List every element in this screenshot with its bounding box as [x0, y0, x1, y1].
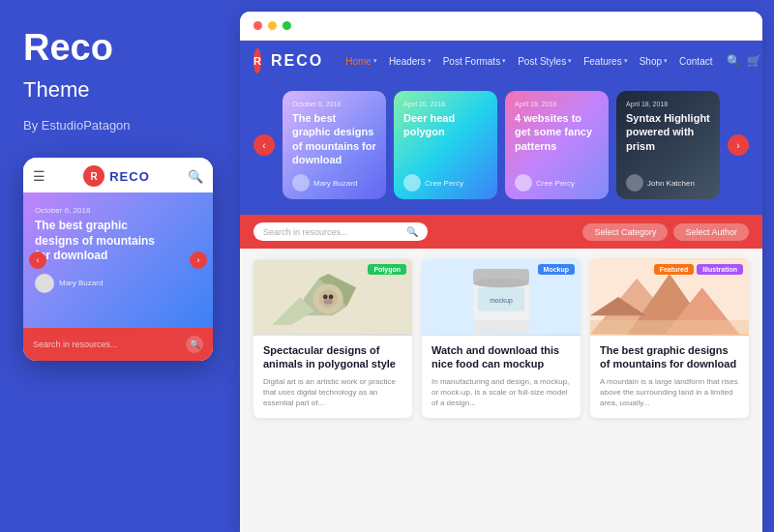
nav-chevron-shop: ▾ [664, 57, 668, 65]
site-logo-text: RECO [271, 52, 323, 70]
nav-chevron-features: ▾ [624, 57, 628, 65]
browser-maximize-dot [283, 21, 291, 30]
brand-name: Reco [23, 29, 217, 66]
article-card-3: Featured Illustration The best graphic d… [590, 258, 749, 418]
category-filter-button[interactable]: Select Category [582, 223, 668, 241]
nav-item-shop[interactable]: Shop ▾ [635, 53, 672, 70]
mobile-author-name: Mary Buzard [59, 279, 103, 287]
svg-point-8 [323, 299, 333, 305]
site-logo-icon: R [253, 48, 261, 74]
mobile-hero-date: October 6, 2018 [35, 206, 201, 215]
mobile-mockup: ☰ R RECO 🔍 ‹ October 6, 2018 The best gr… [23, 158, 213, 361]
card-2-title: Deer head polygon [403, 111, 488, 166]
slider-cards: October 6, 2018 The best graphic designs… [283, 91, 720, 199]
card-4-avatar [626, 174, 643, 192]
article-2-excerpt: In manufacturing and design, a mockup, o… [432, 376, 571, 409]
article-3-title: The best graphic designs of mountains fo… [600, 343, 739, 371]
nav-item-post-formats[interactable]: Post Formats ▾ [438, 53, 511, 70]
header-icons: 🔍 🛒 f t [727, 54, 762, 68]
nav-item-contact[interactable]: Contact [674, 53, 717, 70]
card-3-author-name: Cree Percy [536, 179, 575, 188]
card-1-date: October 6, 2018 [292, 101, 376, 107]
card-4-title: Syntax Highlight powered with prism [626, 111, 710, 166]
browser-chrome [240, 12, 762, 41]
card-3-date: April 19, 2018 [515, 101, 599, 107]
article-2-image: mockup Mockup [422, 258, 580, 336]
article-3-image: Featured Illustration [590, 258, 749, 336]
card-2-author: Cree Percy [403, 174, 488, 192]
card-3-title: 4 websites to get some fancy patterns [515, 111, 599, 166]
card-2-date: April 20, 2018 [403, 101, 488, 107]
browser-mockup: R RECO Home ▾ Headers ▾ Post Formats ▾ P… [240, 12, 762, 532]
mobile-logo-icon: R [83, 165, 104, 187]
article-3-body: The best graphic designs of mountains fo… [590, 336, 749, 418]
article-grid: Polygon Spectacular designs of animals i… [240, 249, 762, 428]
article-1-badge: Polygon [368, 264, 406, 275]
mobile-search-icon[interactable]: 🔍 [188, 169, 203, 184]
article-2-badge: Mockup [538, 264, 575, 275]
nav-item-headers[interactable]: Headers ▾ [384, 53, 436, 70]
mobile-hero-title: The best graphic designs of mountains fo… [35, 219, 161, 264]
article-1-title: Spectacular designs of animals in polygo… [263, 343, 402, 371]
mobile-next-button[interactable]: › [190, 251, 207, 269]
author-filter-button[interactable]: Select Author [673, 223, 749, 241]
mobile-search-submit-icon[interactable]: 🔍 [186, 336, 203, 353]
mobile-search-placeholder: Search in resources... [33, 340, 118, 349]
article-2-body: Watch and download this nice food can mo… [422, 336, 580, 418]
slider-card-2: April 20, 2018 Deer head polygon Cree Pe… [394, 91, 497, 199]
article-1-body: Spectacular designs of animals in polygo… [253, 336, 412, 418]
brand-by: By EstudioPatagon [23, 118, 217, 133]
svg-text:mockup: mockup [490, 297, 513, 305]
nav-item-post-styles[interactable]: Post Styles ▾ [513, 53, 577, 70]
card-4-author-name: John Katchen [647, 179, 695, 188]
card-1-author-name: Mary Buzard [313, 179, 357, 188]
article-1-excerpt: Digital art is an artistic work or pract… [263, 376, 402, 409]
mobile-hamburger-icon[interactable]: ☰ [33, 168, 45, 184]
search-input-wrapper: Search in resources... 🔍 [253, 222, 428, 241]
article-card-1: Polygon Spectacular designs of animals i… [253, 258, 412, 418]
article-1-image: Polygon [253, 258, 412, 336]
cart-icon[interactable]: 🛒 [747, 54, 761, 68]
slider-card-4: April 18, 2018 Syntax Highlight powered … [616, 91, 720, 199]
mobile-hero-author: Mary Buzard [35, 274, 201, 293]
mobile-prev-button[interactable]: ‹ [29, 251, 46, 269]
card-1-author: Mary Buzard [292, 174, 376, 192]
card-1-title: The best graphic designs of mountains fo… [292, 111, 376, 166]
svg-point-7 [329, 295, 334, 300]
search-submit-icon[interactable]: 🔍 [406, 226, 418, 237]
content-area: Search in resources... 🔍 Select Category… [240, 215, 762, 532]
mobile-logo-text: RECO [109, 169, 150, 184]
card-4-date: April 18, 2018 [626, 101, 710, 107]
search-bar-area: Search in resources... 🔍 Select Category… [240, 215, 762, 249]
mobile-hero-card: ‹ October 6, 2018 The best graphic desig… [23, 192, 213, 328]
slider-next-button[interactable]: › [728, 134, 749, 156]
slider-card-3: April 19, 2018 4 websites to get some fa… [505, 91, 609, 199]
card-2-author-name: Cree Percy [425, 179, 463, 188]
browser-close-dot [253, 21, 262, 30]
nav-chevron-headers: ▾ [428, 57, 432, 65]
article-2-title: Watch and download this nice food can mo… [432, 343, 571, 371]
nav-item-features[interactable]: Features ▾ [579, 53, 632, 70]
article-3-badge-illustration: Illustration [697, 264, 743, 275]
hero-slider: ‹ October 6, 2018 The best graphic desig… [240, 81, 762, 215]
mobile-author-avatar [35, 274, 54, 293]
search-icon[interactable]: 🔍 [727, 54, 741, 68]
mobile-logo-area: R RECO [83, 165, 150, 187]
article-3-excerpt: A mountain is a large landform that rise… [600, 376, 739, 409]
nav-item-home[interactable]: Home ▾ [341, 53, 382, 70]
left-panel: Reco Theme By EstudioPatagon ☰ R RECO 🔍 … [0, 0, 240, 532]
svg-point-15 [473, 279, 529, 288]
slider-prev-button[interactable]: ‹ [253, 134, 275, 156]
card-2-avatar [403, 174, 421, 192]
article-3-badge-featured: Featured [654, 264, 695, 275]
card-1-avatar [292, 174, 310, 192]
slider-card-1: October 6, 2018 The best graphic designs… [283, 91, 386, 199]
card-4-author: John Katchen [626, 174, 710, 192]
browser-minimize-dot [268, 21, 277, 30]
mobile-search-bar: Search in resources... 🔍 [23, 328, 213, 361]
card-3-avatar [515, 174, 532, 192]
filter-buttons: Select Category Select Author [582, 223, 749, 241]
nav-chevron-post-formats: ▾ [502, 57, 506, 65]
brand-subtitle: Theme [23, 77, 217, 103]
site-header: R RECO Home ▾ Headers ▾ Post Formats ▾ P… [240, 41, 762, 81]
